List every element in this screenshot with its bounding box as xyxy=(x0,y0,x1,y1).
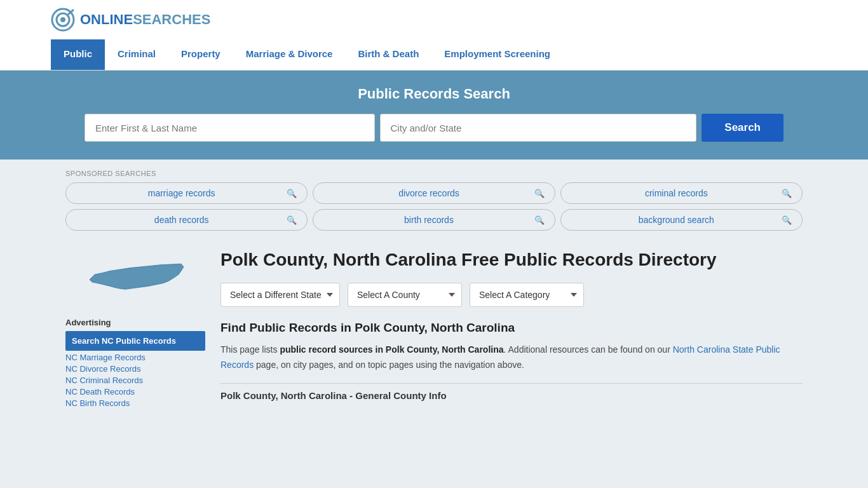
sponsored-link-death-records[interactable]: death records xyxy=(76,215,287,225)
sponsored-link-background-search[interactable]: background search xyxy=(571,215,782,225)
find-para: This page lists public record sources in… xyxy=(220,342,803,373)
search-icon-marriage: 🔍 xyxy=(287,189,297,198)
sponsored-label: SPONSORED SEARCHES xyxy=(65,170,803,177)
sponsored-pill-death-records[interactable]: death records 🔍 xyxy=(65,209,308,231)
search-icon-divorce: 🔍 xyxy=(534,189,545,198)
page-heading: Polk County, North Carolina Free Public … xyxy=(220,248,803,271)
nav-item-birth-death[interactable]: Birth & Death xyxy=(345,39,431,70)
sponsored-link-marriage-records[interactable]: marriage records xyxy=(76,188,287,198)
logo-text: ONLINESEARCHES xyxy=(80,11,210,28)
state-dropdown[interactable]: Select a Different State xyxy=(220,283,340,307)
city-state-input[interactable] xyxy=(380,114,697,142)
search-icon-death: 🔍 xyxy=(287,215,297,225)
logo-icon xyxy=(51,8,75,32)
hero-section: Public Records Search Search xyxy=(0,71,868,159)
search-button[interactable]: Search xyxy=(702,114,783,142)
search-icon-criminal: 🔍 xyxy=(782,189,792,198)
sponsored-grid: marriage records 🔍 divorce records 🔍 cri… xyxy=(65,182,803,231)
hero-title: Public Records Search xyxy=(51,86,817,102)
nc-state-map xyxy=(85,248,186,306)
sponsored-pill-criminal-records[interactable]: criminal records 🔍 xyxy=(560,182,803,204)
sponsored-pill-background-search[interactable]: background search 🔍 xyxy=(560,209,803,231)
sidebar-ad-box[interactable]: Search NC Public Records xyxy=(65,331,205,351)
sponsored-pill-birth-records[interactable]: birth records 🔍 xyxy=(313,209,555,231)
nav-item-criminal[interactable]: Criminal xyxy=(105,39,168,70)
county-info-heading: Polk County, North Carolina - General Co… xyxy=(220,390,803,401)
logo-area: ONLINESEARCHES xyxy=(51,8,210,32)
nav-item-marriage-divorce[interactable]: Marriage & Divorce xyxy=(233,39,346,70)
dropdowns-row: Select a Different State Select A County… xyxy=(220,283,803,307)
sponsored-link-divorce-records[interactable]: divorce records xyxy=(323,188,534,198)
nav-item-property[interactable]: Property xyxy=(168,39,233,70)
nav-inner: Public Criminal Property Marriage & Divo… xyxy=(0,39,868,70)
main-nav: Public Criminal Property Marriage & Divo… xyxy=(0,39,868,71)
search-icon-background: 🔍 xyxy=(782,215,792,225)
sidebar-link-criminal[interactable]: NC Criminal Records xyxy=(65,376,205,385)
state-map-area xyxy=(65,248,205,308)
sidebar-link-divorce[interactable]: NC Divorce Records xyxy=(65,364,205,374)
find-heading: Find Public Records in Polk County, Nort… xyxy=(220,321,803,335)
sponsored-link-criminal-records[interactable]: criminal records xyxy=(571,188,782,198)
sidebar-link-marriage[interactable]: NC Marriage Records xyxy=(65,353,205,362)
search-icon-birth: 🔍 xyxy=(534,215,545,225)
main-content: Polk County, North Carolina Free Public … xyxy=(220,248,803,410)
sponsored-link-birth-records[interactable]: birth records xyxy=(323,215,534,225)
svg-point-3 xyxy=(60,17,65,22)
main-wrap: SPONSORED SEARCHES marriage records 🔍 di… xyxy=(40,159,828,420)
advertising-label: Advertising xyxy=(65,318,205,327)
county-dropdown[interactable]: Select A County xyxy=(348,283,462,307)
sponsored-pill-divorce-records[interactable]: divorce records 🔍 xyxy=(313,182,555,204)
nav-item-public[interactable]: Public xyxy=(51,39,105,70)
nav-item-employment-screening[interactable]: Employment Screening xyxy=(431,39,563,70)
section-divider xyxy=(220,383,803,384)
search-bar: Search xyxy=(85,114,783,142)
sponsored-pill-marriage-records[interactable]: marriage records 🔍 xyxy=(65,182,308,204)
sidebar-link-death[interactable]: NC Death Records xyxy=(65,387,205,396)
bold-public-record: public record sources in Polk County, No… xyxy=(280,344,503,355)
header: ONLINESEARCHES xyxy=(0,0,868,39)
content-layout: Advertising Search NC Public Records NC … xyxy=(65,248,803,410)
sidebar: Advertising Search NC Public Records NC … xyxy=(65,248,205,410)
sidebar-link-birth[interactable]: NC Birth Records xyxy=(65,398,205,408)
category-dropdown[interactable]: Select A Category xyxy=(470,283,584,307)
name-input[interactable] xyxy=(85,114,375,142)
